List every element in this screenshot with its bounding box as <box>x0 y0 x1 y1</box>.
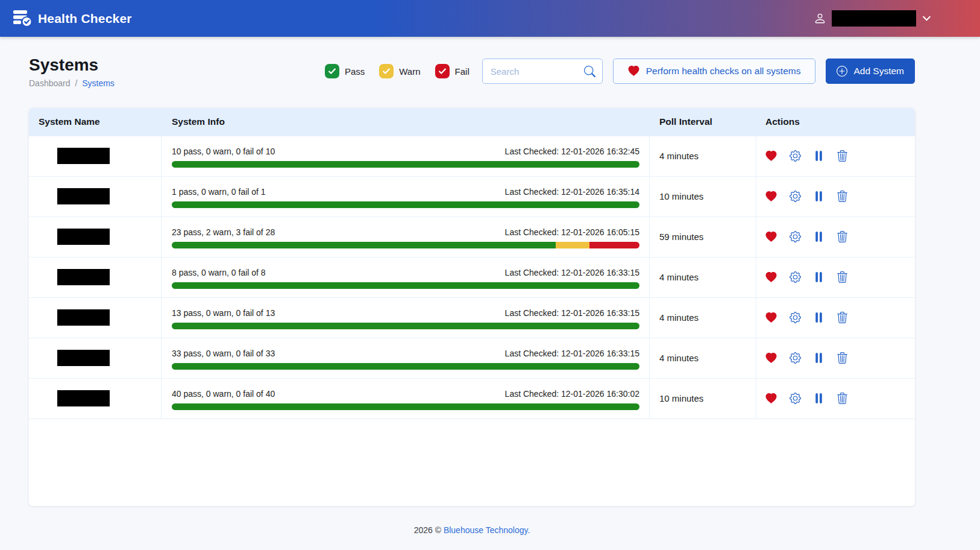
pause-icon <box>814 191 824 202</box>
pause-button[interactable] <box>814 231 824 242</box>
health-progress-bar <box>172 363 639 370</box>
pause-button[interactable] <box>814 393 824 404</box>
system-name-cell <box>29 136 162 176</box>
progress-pass-segment <box>172 201 639 208</box>
poll-interval: 4 minutes <box>659 312 699 323</box>
add-system-label: Add System <box>853 66 904 77</box>
system-name-cell <box>29 338 162 378</box>
pause-button[interactable] <box>814 191 824 202</box>
health-progress-bar <box>172 201 639 208</box>
health-check-all-button[interactable]: Perform health checks on all systems <box>613 58 816 84</box>
system-name-cell <box>29 379 162 419</box>
delete-button[interactable] <box>837 271 848 283</box>
health-check-button[interactable] <box>765 393 777 404</box>
footer-link[interactable]: Bluehouse Technology. <box>444 525 530 535</box>
last-checked: Last Checked: 12-01-2026 16:33:15 <box>505 349 639 358</box>
poll-interval: 4 minutes <box>659 353 699 363</box>
progress-pass-segment <box>172 242 556 248</box>
breadcrumb: Dashboard / Systems <box>29 78 115 88</box>
status-legend: Pass Warn Fail <box>325 64 470 78</box>
system-name-cell <box>29 298 162 338</box>
pause-button[interactable] <box>814 150 824 162</box>
table-row: 1 pass, 0 warn, 0 fail of 1 Last Checked… <box>29 177 915 217</box>
chevron-down-icon[interactable] <box>922 13 932 24</box>
health-check-button[interactable] <box>765 312 777 323</box>
pause-icon <box>814 393 824 404</box>
settings-button[interactable] <box>790 231 801 242</box>
heart-icon <box>765 191 777 202</box>
health-check-button[interactable] <box>765 353 777 364</box>
system-name-cell <box>29 217 162 257</box>
table-body: 10 pass, 0 warn, 0 fail of 10 Last Check… <box>29 136 915 419</box>
pass-check-icon[interactable] <box>325 64 339 78</box>
gear-icon <box>790 191 801 202</box>
health-check-button[interactable] <box>765 191 777 202</box>
user-menu[interactable] <box>814 10 932 27</box>
system-summary: 8 pass, 0 warn, 0 fail of 8 <box>172 268 266 277</box>
page-title: Systems <box>29 55 115 75</box>
main-content: Systems Dashboard / Systems Pass <box>0 55 980 535</box>
actions-cell <box>756 177 915 217</box>
breadcrumb-systems[interactable]: Systems <box>82 78 115 88</box>
last-checked: Last Checked: 12-01-2026 16:05:15 <box>505 227 639 237</box>
page-header: Systems Dashboard / Systems Pass <box>29 55 915 88</box>
search-box <box>482 58 603 84</box>
settings-button[interactable] <box>790 271 801 283</box>
header-system-info: System Info <box>162 116 650 127</box>
breadcrumb-dashboard[interactable]: Dashboard <box>29 78 71 88</box>
delete-button[interactable] <box>837 312 848 323</box>
fail-check-icon[interactable] <box>435 64 450 78</box>
gear-icon <box>790 393 801 404</box>
delete-button[interactable] <box>837 191 848 202</box>
health-check-button[interactable] <box>765 151 777 162</box>
header-actions: Actions <box>756 116 915 127</box>
warn-check-icon[interactable] <box>379 64 394 78</box>
progress-warn-segment <box>556 242 589 248</box>
poll-interval-cell: 4 minutes <box>650 338 756 378</box>
settings-button[interactable] <box>790 352 801 364</box>
pause-button[interactable] <box>814 312 824 323</box>
settings-button[interactable] <box>790 191 801 202</box>
pause-button[interactable] <box>814 271 824 283</box>
health-progress-bar <box>172 242 639 248</box>
delete-button[interactable] <box>837 393 848 404</box>
table-row: 10 pass, 0 warn, 0 fail of 10 Last Check… <box>29 136 915 177</box>
table-row: 33 pass, 0 warn, 0 fail of 33 Last Check… <box>29 338 915 379</box>
pause-icon <box>814 352 824 364</box>
delete-button[interactable] <box>837 352 848 364</box>
header-system-name: System Name <box>29 116 162 127</box>
health-check-button[interactable] <box>765 272 777 283</box>
system-info-cell: 10 pass, 0 warn, 0 fail of 10 Last Check… <box>162 136 650 176</box>
trash-icon <box>837 191 848 202</box>
breadcrumb-separator: / <box>75 78 77 88</box>
heart-icon <box>628 66 639 77</box>
table-row: 13 pass, 0 warn, 0 fail of 13 Last Check… <box>29 298 915 338</box>
health-check-button[interactable] <box>765 232 777 242</box>
health-checker-logo-icon <box>13 10 32 27</box>
delete-button[interactable] <box>837 150 848 162</box>
toolbar: Pass Warn Fail <box>325 58 915 84</box>
footer-copyright: 2026 © <box>414 525 441 535</box>
settings-button[interactable] <box>790 312 801 323</box>
systems-table: System Name System Info Poll Interval Ac… <box>29 108 915 506</box>
trash-icon <box>837 393 848 404</box>
system-summary: 23 pass, 2 warn, 3 fail of 28 <box>172 227 275 237</box>
brand-title: Health Checker <box>38 11 132 26</box>
brand[interactable]: Health Checker <box>13 10 132 27</box>
settings-button[interactable] <box>790 393 801 404</box>
delete-button[interactable] <box>837 231 848 242</box>
redacted-system-name <box>57 350 110 366</box>
system-info-cell: 1 pass, 0 warn, 0 fail of 1 Last Checked… <box>162 177 650 217</box>
poll-interval-cell: 10 minutes <box>650 379 756 419</box>
pause-icon <box>814 271 824 283</box>
header-poll-interval: Poll Interval <box>650 116 756 127</box>
table-row: 23 pass, 2 warn, 3 fail of 28 Last Check… <box>29 217 915 258</box>
progress-pass-segment <box>172 323 639 329</box>
redacted-user-name <box>832 10 916 27</box>
settings-button[interactable] <box>790 150 801 162</box>
pause-button[interactable] <box>814 352 824 364</box>
add-system-button[interactable]: Add System <box>826 58 915 84</box>
actions-cell <box>756 298 915 338</box>
health-progress-bar <box>172 161 639 168</box>
redacted-system-name <box>57 229 110 245</box>
